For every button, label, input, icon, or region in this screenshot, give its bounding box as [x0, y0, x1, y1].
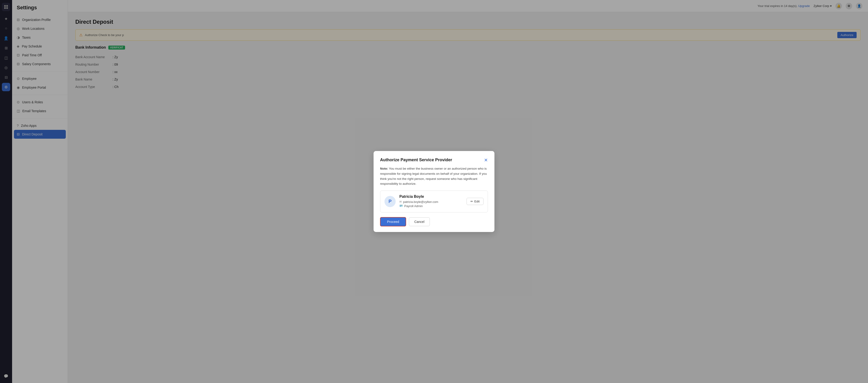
authorize-modal: Authorize Payment Service Provider ✕ Not…: [374, 151, 494, 232]
person-role: Payroll Admin: [404, 204, 423, 208]
proceed-button[interactable]: Proceed: [380, 217, 406, 227]
modal-actions: Proceed Cancel: [380, 217, 488, 227]
role-icon: 🪪: [399, 204, 403, 208]
edit-pencil-icon: ✏: [470, 200, 473, 203]
person-avatar: P: [384, 196, 396, 207]
person-info: Patricia Boyle ✉ patricia.boyle@zylker.c…: [399, 195, 463, 208]
modal-overlay[interactable]: Authorize Payment Service Provider ✕ Not…: [0, 0, 868, 383]
person-role-row: 🪪 Payroll Admin: [399, 204, 463, 208]
person-email-row: ✉ patricia.boyle@zylker.com: [399, 200, 463, 204]
person-name: Patricia Boyle: [399, 195, 463, 199]
modal-header: Authorize Payment Service Provider ✕: [380, 157, 488, 163]
modal-close-button[interactable]: ✕: [484, 158, 488, 163]
email-icon: ✉: [399, 200, 402, 203]
modal-title: Authorize Payment Service Provider: [380, 157, 452, 163]
edit-person-button[interactable]: ✏ Edit: [467, 198, 484, 205]
person-card: P Patricia Boyle ✉ patricia.boyle@zylker…: [380, 190, 488, 212]
cancel-button[interactable]: Cancel: [409, 217, 430, 226]
modal-note: Note: You must be either the business ow…: [380, 166, 488, 186]
person-email: patricia.boyle@zylker.com: [403, 200, 438, 204]
